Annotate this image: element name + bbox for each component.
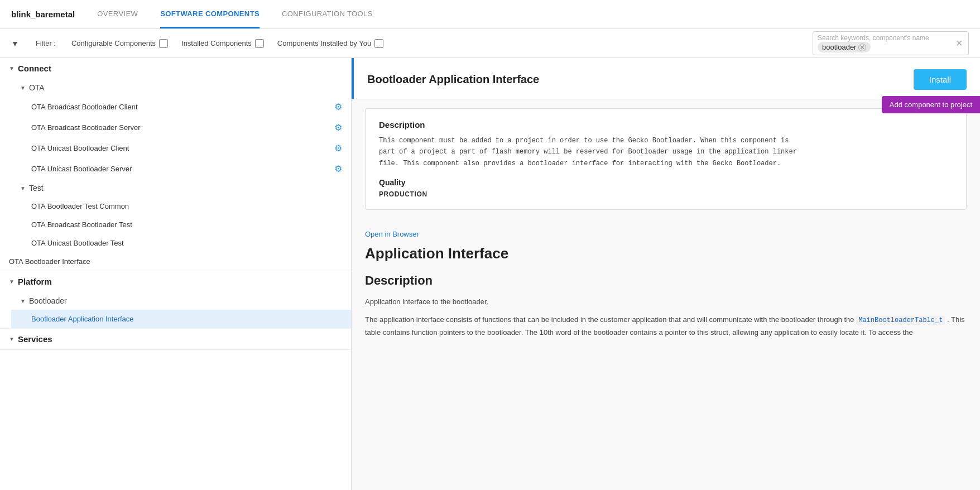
content-text-2: The application interface consists of fu… xyxy=(365,314,967,338)
subsection-ota: ▼ OTA OTA Broadcast Bootloader Client ⚙ … xyxy=(0,79,351,179)
content-title: Application Interface xyxy=(365,245,967,262)
item-label: OTA Unicast Bootloader Client xyxy=(31,144,129,152)
section-services-header[interactable]: ▼ Services xyxy=(0,329,351,349)
subsection-ota-label: OTA xyxy=(29,83,45,92)
item-label: Bootloader Application Interface xyxy=(31,315,134,323)
sidebar: ▼ Connect ▼ OTA OTA Broadcast Bootloader… xyxy=(0,58,352,490)
subsection-bootloader-header[interactable]: ▼ Bootloader xyxy=(11,292,351,310)
chevron-down-icon-test: ▼ xyxy=(20,185,26,191)
add-component-button[interactable]: Add component to project xyxy=(882,96,980,113)
section-services: ▼ Services xyxy=(0,329,351,350)
search-tag-clear-icon[interactable]: ✕ xyxy=(858,44,866,51)
item-label: OTA Broadcast Bootloader Test xyxy=(31,220,132,229)
subsection-test: ▼ Test OTA Bootloader Test Common OTA Br… xyxy=(0,179,351,252)
list-item[interactable]: OTA Unicast Bootloader Test xyxy=(11,234,351,252)
search-tag-value: bootloader xyxy=(822,43,856,51)
filter-installed-by-you-checkbox[interactable] xyxy=(374,39,383,48)
filter-installed[interactable]: Installed Components xyxy=(181,39,264,48)
gear-icon[interactable]: ⚙ xyxy=(334,143,342,153)
app-header: blink_baremetal OVERVIEW SOFTWARE COMPON… xyxy=(0,0,980,29)
tab-software-components[interactable]: SOFTWARE COMPONENTS xyxy=(160,0,260,28)
description-card: Description This component must be added… xyxy=(365,108,967,210)
chevron-down-icon: ▼ xyxy=(9,65,15,71)
item-label: OTA Broadcast Bootloader Client xyxy=(31,103,138,111)
main-layout: ▼ Connect ▼ OTA OTA Broadcast Bootloader… xyxy=(0,58,980,490)
quality-badge: PRODUCTION xyxy=(379,190,953,198)
detail-panel: Bootloader Application Interface Install… xyxy=(352,58,980,490)
item-label: OTA Unicast Bootloader Server xyxy=(31,165,132,173)
gear-icon[interactable]: ⚙ xyxy=(334,102,342,112)
detail-title: Bootloader Application Interface xyxy=(367,73,539,86)
open-in-browser-link[interactable]: Open in Browser xyxy=(365,230,419,238)
section-services-label: Services xyxy=(18,334,52,344)
item-label: OTA Bootloader Test Common xyxy=(31,202,129,210)
subsection-test-label: Test xyxy=(29,184,44,193)
filter-icon: ▼ xyxy=(11,39,19,48)
search-clear-icon[interactable]: ✕ xyxy=(954,37,964,50)
gear-icon[interactable]: ⚙ xyxy=(334,164,342,174)
description-text: This component must be added to a projec… xyxy=(379,135,953,169)
section-connect-label: Connect xyxy=(18,64,51,73)
filter-configurable[interactable]: Configurable Components xyxy=(71,39,168,48)
section-platform-header[interactable]: ▼ Platform xyxy=(0,271,351,292)
content-text-1: Application interface to the bootloader. xyxy=(365,296,967,308)
section-connect-header[interactable]: ▼ Connect xyxy=(0,58,351,79)
item-label: OTA Bootloader Interface xyxy=(9,257,90,266)
filter-installed-by-you[interactable]: Components Installed by You xyxy=(277,39,383,48)
section-platform-label: Platform xyxy=(18,277,52,286)
install-button[interactable]: Install xyxy=(914,69,967,90)
list-item[interactable]: OTA Unicast Bootloader Server ⚙ xyxy=(11,158,351,179)
item-label: OTA Broadcast Bootloader Server xyxy=(31,123,141,132)
filter-label: Filter : xyxy=(36,39,56,47)
subsection-ota-header[interactable]: ▼ OTA xyxy=(11,79,351,97)
chevron-down-icon-bootloader: ▼ xyxy=(20,298,26,304)
search-placeholder: Search keywords, component's name xyxy=(818,34,929,42)
chevron-right-icon-services: ▼ xyxy=(9,336,15,342)
section-platform: ▼ Platform ▼ Bootloader Bootloader Appli… xyxy=(0,271,351,329)
search-container: Search keywords, component's name bootlo… xyxy=(813,31,969,55)
subsection-bootloader: ▼ Bootloader Bootloader Application Inte… xyxy=(0,292,351,328)
quality-heading: Quality xyxy=(379,178,953,187)
search-tag: bootloader ✕ xyxy=(818,42,871,52)
item-label: OTA Unicast Bootloader Test xyxy=(31,239,124,247)
filter-bar: ▼ Filter : Configurable Components Insta… xyxy=(0,29,980,58)
list-item-bootloader-app-interface[interactable]: Bootloader Application Interface xyxy=(11,310,351,328)
list-item-ota-bootloader-interface[interactable]: OTA Bootloader Interface xyxy=(0,252,351,271)
filter-installed-by-you-label: Components Installed by You xyxy=(277,39,371,47)
filter-configurable-checkbox[interactable] xyxy=(159,39,168,48)
content-section-title: Description xyxy=(365,273,967,288)
filter-installed-label: Installed Components xyxy=(181,39,252,47)
tab-configuration-tools[interactable]: CONFIGURATION TOOLS xyxy=(282,0,373,28)
chevron-down-icon-ota: ▼ xyxy=(20,85,26,91)
description-heading: Description xyxy=(379,120,953,129)
gear-icon[interactable]: ⚙ xyxy=(334,122,342,133)
subsection-test-header[interactable]: ▼ Test xyxy=(11,179,351,197)
list-item[interactable]: OTA Broadcast Bootloader Test xyxy=(11,215,351,234)
tab-overview[interactable]: OVERVIEW xyxy=(97,0,138,28)
list-item[interactable]: OTA Bootloader Test Common xyxy=(11,197,351,215)
list-item[interactable]: OTA Broadcast Bootloader Client ⚙ xyxy=(11,97,351,117)
content-code-inline: MainBootloaderTable_t xyxy=(856,316,945,325)
list-item[interactable]: OTA Unicast Bootloader Client ⚙ xyxy=(11,138,351,158)
app-title: blink_baremetal xyxy=(11,9,75,19)
section-connect: ▼ Connect ▼ OTA OTA Broadcast Bootloader… xyxy=(0,58,351,271)
list-item[interactable]: OTA Broadcast Bootloader Server ⚙ xyxy=(11,117,351,138)
nav-tabs: OVERVIEW SOFTWARE COMPONENTS CONFIGURATI… xyxy=(97,0,373,28)
subsection-bootloader-label: Bootloader xyxy=(29,296,67,305)
chevron-down-icon-platform: ▼ xyxy=(9,278,15,285)
detail-header: Bootloader Application Interface Install xyxy=(352,58,980,99)
content-text-2-text: The application interface consists of fu… xyxy=(365,315,854,324)
main-content: Open in Browser Application Interface De… xyxy=(352,219,980,356)
filter-configurable-label: Configurable Components xyxy=(71,39,156,47)
filter-installed-checkbox[interactable] xyxy=(255,39,264,48)
